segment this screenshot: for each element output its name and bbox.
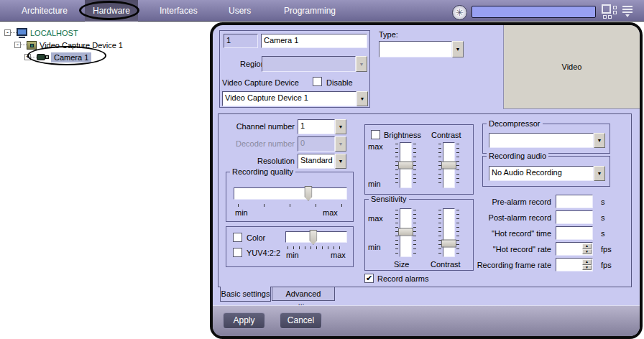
decompressor-value (489, 133, 594, 148)
region-dropdown[interactable]: ▼ (262, 56, 367, 72)
color-slider[interactable] (285, 231, 347, 243)
grid-small-square (613, 11, 617, 14)
decompressor-dropdown[interactable]: ▼ (489, 133, 605, 148)
tree-item-localhost[interactable]: LOCALHOST (30, 29, 78, 37)
tree-row-localhost[interactable]: - LOCALHOST (4, 27, 78, 39)
brightness-label: Brightness (384, 131, 421, 139)
tree-item-capture-device[interactable]: Video Capture Device 1 (40, 41, 123, 50)
record-alarms-checkbox[interactable]: ✔ (364, 274, 374, 283)
size-thumb[interactable] (398, 228, 413, 236)
disable-checkbox[interactable] (313, 77, 322, 86)
slider-ticks (456, 144, 459, 187)
nav-tab-architecture[interactable]: Architecture (22, 0, 68, 22)
collapse-icon[interactable]: - (14, 42, 21, 48)
spinner-up-icon[interactable]: ▲ (582, 259, 592, 265)
capture-device-dropdown[interactable]: Video Capture Device 1 ▼ (222, 91, 368, 106)
channel-number-value: 1 (298, 119, 335, 134)
channel-number-dropdown[interactable]: 1 ▼ (298, 119, 346, 134)
layout-grid-icon[interactable] (601, 4, 618, 19)
decompressor-group: Decompressor ▼ (482, 124, 610, 154)
tree-item-camera-selected[interactable]: Camera 1 (51, 52, 91, 62)
apply-button[interactable]: Apply (223, 312, 265, 329)
yuv-checkbox[interactable] (233, 248, 242, 257)
chevron-down-icon[interactable]: ▼ (594, 166, 605, 181)
max-label: max (368, 142, 383, 151)
brightness-slider[interactable] (395, 142, 416, 188)
nav-tab-interfaces[interactable]: Interfaces (160, 0, 198, 22)
chevron-down-icon[interactable]: ▼ (356, 91, 368, 106)
action-bar: Apply Cancel (213, 305, 640, 336)
decompressor-title: Decompressor (487, 119, 543, 128)
tree-row-camera[interactable]: + Camera 1 (24, 51, 91, 63)
resolution-label: Resolution (224, 157, 295, 165)
video-preview: Video (503, 25, 640, 109)
tab-basic-settings[interactable]: Basic settings (220, 287, 271, 302)
recording-audio-dropdown[interactable]: No Audio Recording ▼ (489, 166, 605, 181)
hot-record-rate-unit: fps (601, 245, 612, 254)
record-alarms-label: Record alarms (377, 274, 429, 283)
slider-ticks (238, 204, 344, 207)
tab-advanced-settings[interactable]: Advanced settings (272, 287, 335, 301)
recording-audio-value: No Audio Recording (489, 166, 594, 181)
grid-small-square (603, 15, 607, 19)
tree-connector (31, 57, 37, 57)
type-value (379, 41, 452, 57)
resolution-value: Standard (298, 154, 335, 169)
color-slider-thumb[interactable] (309, 230, 317, 245)
spinner-down-icon[interactable]: ▼ (582, 265, 592, 271)
hot-record-rate-field[interactable]: ▲ ▼ (556, 242, 593, 256)
color-label: Color (247, 233, 265, 242)
recording-frame-rate-label: Recording frame rate (449, 261, 551, 269)
recording-quality-thumb[interactable] (304, 186, 312, 201)
resolution-dropdown[interactable]: Standard ▼ (298, 154, 346, 169)
hot-record-time-field[interactable] (556, 226, 593, 240)
search-input[interactable] (472, 6, 596, 18)
color-checkbox[interactable] (233, 233, 242, 242)
pre-alarm-record-field[interactable] (556, 195, 593, 208)
sensitivity-title: Sensitivity (369, 195, 409, 203)
brightness-thumb[interactable] (398, 162, 413, 170)
contrast-label: Contrast (431, 131, 461, 139)
name-field[interactable]: Camera 1 (261, 34, 367, 48)
sensitivity-size-slider[interactable] (395, 208, 416, 257)
main-settings-box: Channel number 1 ▼ Decoder number 0 ▼ Re… (218, 113, 632, 287)
chevron-down-icon[interactable]: ▼ (452, 41, 464, 57)
recording-quality-group: Recording quality min max (226, 172, 354, 222)
capture-device-label: Video Capture Device (222, 78, 299, 87)
compass-icon[interactable]: ✳ (452, 5, 467, 20)
collapse-icon[interactable]: - (4, 29, 11, 36)
nav-tab-users[interactable]: Users (229, 0, 251, 22)
menu-bar (622, 9, 632, 10)
contrast-slider[interactable] (438, 142, 459, 188)
spinner-down-icon[interactable]: ▼ (582, 249, 592, 255)
post-alarm-record-unit: s (601, 213, 605, 222)
recording-quality-slider[interactable] (234, 187, 347, 200)
chevron-down-icon[interactable]: ▼ (356, 56, 367, 72)
post-alarm-record-field[interactable] (556, 210, 593, 224)
expand-icon[interactable]: + (24, 54, 31, 60)
hot-record-time-unit: s (601, 229, 605, 238)
decoder-number-dropdown: 0 ▼ (298, 136, 346, 152)
menu-icon[interactable] (620, 4, 635, 19)
chevron-down-icon[interactable]: ▼ (335, 154, 346, 169)
brightness-checkbox[interactable] (371, 130, 380, 139)
recording-frame-rate-field[interactable]: ▲ ▼ (556, 258, 593, 271)
top-navbar: Architecture Hardware Interfaces Users P… (0, 0, 644, 22)
nav-tab-hardware[interactable]: Hardware (85, 0, 138, 22)
contrast-thumb[interactable] (441, 162, 456, 170)
chevron-down-icon[interactable]: ▼ (335, 119, 346, 134)
max-label: max (331, 251, 346, 259)
id-field[interactable]: 1 (224, 34, 258, 48)
nav-tab-programming[interactable]: Programming (284, 0, 336, 22)
spinner[interactable]: ▲ ▼ (582, 259, 592, 270)
spinner[interactable]: ▲ ▼ (582, 243, 592, 254)
chevron-down-icon[interactable]: ▼ (594, 133, 605, 148)
cancel-button[interactable]: Cancel (280, 312, 322, 329)
type-dropdown[interactable]: ▼ (379, 41, 464, 57)
pre-alarm-record-label: Pre-alarm record (449, 198, 551, 206)
camera-icon (37, 53, 49, 61)
color-group: Color YUV4:2:2 min max (226, 226, 354, 267)
chevron-down-icon: ▼ (335, 136, 346, 152)
spinner-up-icon[interactable]: ▲ (582, 243, 592, 249)
tree-row-capture-device[interactable]: - Video Capture Device 1 (14, 39, 123, 51)
